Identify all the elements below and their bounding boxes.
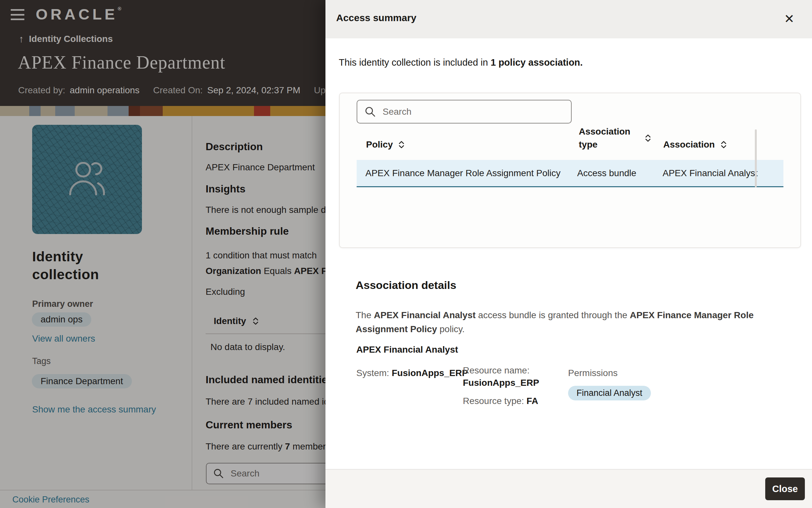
cell-association-type: Access bundle	[577, 160, 655, 186]
policy-search	[356, 100, 572, 124]
identity-column-header: Identity	[214, 316, 246, 326]
identity-column-sort[interactable]: Identity	[214, 316, 259, 326]
sidebar-heading: Identity collection	[32, 248, 139, 284]
page-header: ORACLE® ↑ Identity Collections APEX Fina…	[0, 0, 326, 106]
insights-heading: Insights	[205, 183, 246, 195]
page-title: APEX Finance Department	[18, 52, 226, 73]
column-header-association-type[interactable]: Association type	[579, 125, 652, 151]
column-header-association[interactable]: Association	[663, 138, 727, 151]
members-search-input[interactable]	[230, 468, 321, 479]
resource-name-label: Resource name:	[463, 365, 529, 376]
cell-policy: APEX Finance Manager Role Assignment Pol…	[366, 160, 570, 186]
created-on-value: Sep 2, 2024, 02:37 PM	[207, 85, 300, 95]
description-text: APEX Finance Department	[205, 162, 315, 173]
decorative-banner	[0, 106, 326, 116]
sort-icon	[720, 140, 727, 149]
close-icon[interactable]: ✕	[779, 8, 800, 29]
permission-chip: Financial Analyst	[568, 386, 651, 400]
column-header-policy[interactable]: Policy	[366, 138, 405, 151]
tag-chip: Finance Department	[32, 374, 132, 388]
record-meta: Created by: admin operations Created On:…	[18, 85, 326, 95]
access-summary-link[interactable]: Show me the access summary	[32, 404, 156, 415]
oracle-logo: ORACLE®	[36, 5, 122, 23]
no-data-text: No data to display.	[210, 342, 285, 352]
search-icon	[213, 468, 224, 479]
members-search	[206, 463, 326, 484]
people-icon	[64, 157, 110, 202]
view-all-owners-link[interactable]: View all owners	[32, 334, 95, 344]
policy-search-input[interactable]	[382, 106, 528, 117]
hamburger-menu-icon[interactable]	[11, 9, 25, 20]
resource-name-value: FusionApps_ERP	[463, 378, 539, 388]
breadcrumb[interactable]: ↑ Identity Collections	[19, 34, 113, 44]
included-identities-text: There are 7 included named identities	[205, 396, 326, 407]
policy-table-card: Policy Association type Association APEX…	[339, 93, 801, 248]
included-identities-heading: Included named identities	[205, 374, 326, 386]
association-details-heading: Association details	[356, 279, 456, 292]
panel-title: Access summary	[336, 12, 416, 24]
description-heading: Description	[205, 141, 263, 153]
tags-label: Tags	[32, 356, 51, 366]
bundle-name: APEX Financial Analyst	[356, 344, 458, 355]
cookie-preferences-link[interactable]: Cookie Preferences	[12, 495, 89, 505]
resource-type-field: Resource type: FA	[463, 396, 538, 406]
access-summary-panel: Access summary ✕ This identity collectio…	[326, 0, 812, 508]
table-scrollbar[interactable]	[755, 129, 757, 187]
current-members-text: There are currently 7 members	[205, 441, 326, 452]
sort-icon	[398, 140, 405, 149]
sort-icon	[252, 316, 259, 326]
created-by-label: Created by:	[18, 85, 65, 95]
sort-icon	[644, 134, 652, 143]
sidebar-divider	[192, 116, 192, 490]
panel-intro: This identity collection is included in …	[339, 57, 583, 68]
condition-text: 1 condition that must match	[205, 250, 317, 261]
updated-label: Updated	[314, 85, 326, 95]
association-details-text: The APEX Financial Analyst access bundle…	[356, 308, 787, 336]
breadcrumb-label: Identity Collections	[29, 34, 113, 44]
system-field: System: FusionApps_ERP	[356, 368, 468, 378]
current-members-heading: Current members	[205, 419, 292, 431]
created-by-value: admin operations	[70, 85, 140, 95]
table-row[interactable]: APEX Finance Manager Role Assignment Pol…	[356, 160, 783, 187]
primary-owner-label: Primary owner	[32, 299, 93, 309]
cell-association: APEX Financial Analyst	[663, 160, 759, 186]
table-divider	[205, 334, 326, 334]
excluding-text: Excluding	[205, 287, 245, 297]
footer-divider	[0, 490, 326, 491]
identity-collection-avatar	[32, 125, 142, 234]
insights-text: There is not enough sample data	[205, 205, 326, 215]
search-icon	[365, 106, 376, 118]
up-arrow-icon: ↑	[19, 34, 24, 44]
screen: ORACLE® ↑ Identity Collections APEX Fina…	[0, 0, 812, 508]
created-on-label: Created On:	[153, 85, 203, 95]
close-button[interactable]: Close	[765, 477, 805, 500]
panel-header: Access summary ✕	[326, 0, 812, 38]
membership-rule-heading: Membership rule	[205, 225, 289, 237]
membership-rule-text: Organization Equals APEX Finance	[205, 266, 326, 276]
permissions-label: Permissions	[568, 368, 617, 378]
background-page: ORACLE® ↑ Identity Collections APEX Fina…	[0, 0, 326, 508]
panel-footer: Close	[326, 469, 812, 508]
owner-chip: admin ops	[32, 312, 91, 327]
